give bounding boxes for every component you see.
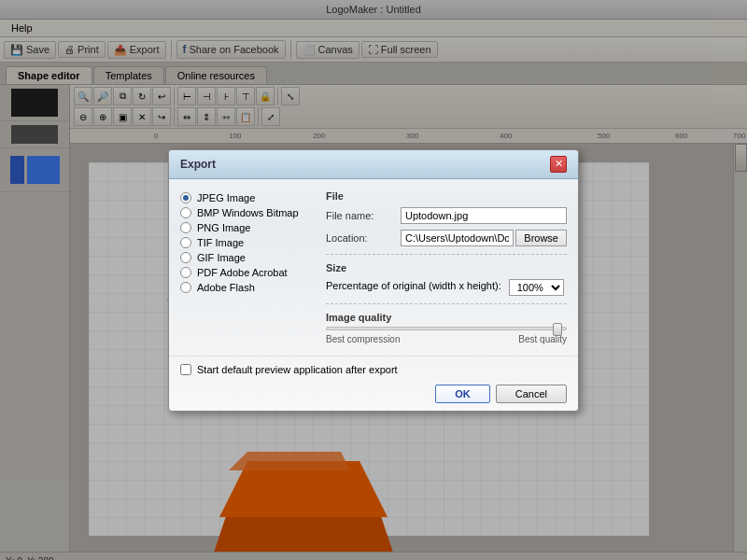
size-percent-label: Percentage of original (width x height): [326, 280, 501, 291]
radio-1[interactable] [180, 207, 191, 218]
best-compression-label: Best compression [326, 334, 400, 344]
divider-2 [326, 303, 567, 304]
location-row: Location: Browse [326, 230, 567, 246]
location-label: Location: [326, 232, 401, 244]
format-option-0[interactable]: JPEG Image [180, 190, 311, 205]
radio-0[interactable] [180, 192, 191, 203]
format-option-2[interactable]: PNG Image [180, 220, 311, 235]
radio-3[interactable] [180, 237, 191, 248]
size-section-label: Size [326, 262, 567, 273]
quality-slider-row: Best compression Best quality [326, 327, 567, 344]
filename-label: File name: [326, 210, 401, 221]
format-option-3[interactable]: TIF Image [180, 235, 311, 250]
format-option-4[interactable]: GIF Image [180, 250, 311, 265]
size-row: Percentage of original (width x height):… [326, 279, 567, 296]
quality-labels: Best compression Best quality [326, 334, 567, 344]
format-option-1[interactable]: BMP Windows Bitmap [180, 205, 311, 220]
preview-checkbox[interactable] [180, 364, 191, 375]
file-settings: File File name: Location: Browse Size Pe… [326, 190, 567, 344]
cancel-button[interactable]: Cancel [496, 385, 567, 403]
location-input[interactable] [401, 230, 514, 246]
filename-row: File name: [326, 207, 567, 224]
filename-input[interactable] [401, 207, 567, 224]
format-option-5[interactable]: PDF Adobe Acrobat [180, 265, 311, 280]
file-section-label: File [326, 190, 567, 202]
ok-button[interactable]: OK [435, 385, 490, 403]
quality-label: Image quality [326, 312, 567, 323]
dialog-buttons: OK Cancel [180, 385, 567, 403]
browse-button[interactable]: Browse [515, 230, 567, 246]
quality-section: Image quality Best compression Best qual… [326, 312, 567, 344]
export-dialog: Export ✕ JPEG ImageBMP Windows BitmapPNG… [168, 149, 579, 412]
preview-label: Start default preview application after … [197, 364, 398, 375]
dialog-footer: Start default preview application after … [169, 356, 578, 411]
format-list: JPEG ImageBMP Windows BitmapPNG ImageTIF… [180, 190, 311, 344]
radio-2[interactable] [180, 222, 191, 233]
preview-checkbox-row: Start default preview application after … [180, 364, 567, 375]
quality-slider-thumb[interactable] [553, 323, 562, 336]
dialog-header: Export ✕ [169, 150, 578, 179]
quality-slider-track[interactable] [326, 327, 567, 330]
dialog-body: JPEG ImageBMP Windows BitmapPNG ImageTIF… [169, 179, 578, 356]
dialog-close-button[interactable]: ✕ [550, 156, 567, 173]
dialog-title: Export [180, 158, 216, 171]
radio-4[interactable] [180, 252, 191, 263]
modal-overlay: Export ✕ JPEG ImageBMP Windows BitmapPNG… [0, 0, 747, 560]
radio-5[interactable] [180, 267, 191, 278]
size-select[interactable]: 100% 75% 50% 25% [509, 279, 564, 296]
divider-1 [326, 254, 567, 255]
size-row-inner: Percentage of original (width x height):… [326, 279, 567, 296]
format-option-6[interactable]: Adobe Flash [180, 280, 311, 295]
radio-6[interactable] [180, 282, 191, 293]
